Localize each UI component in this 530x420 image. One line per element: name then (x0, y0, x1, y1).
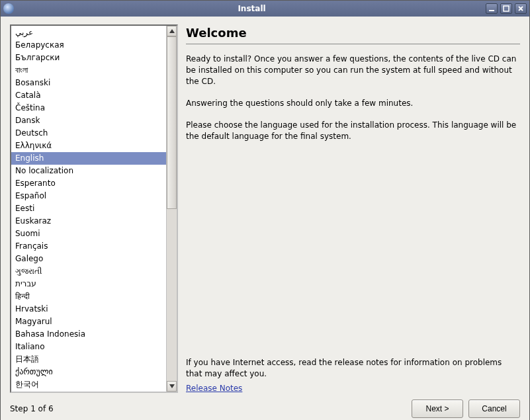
internet-note: If you have Internet access, read the re… (186, 357, 520, 380)
intro-paragraph-2: Answering the questions should only take… (186, 98, 520, 109)
client-area: عربيБеларускаяБългарскиবাংলাBosanskiCata… (1, 17, 529, 420)
language-option[interactable]: 한국어 (11, 378, 166, 391)
page-title: Welcome (186, 26, 520, 44)
titlebar[interactable]: Install (1, 1, 529, 17)
scroll-track[interactable] (167, 36, 177, 381)
scroll-down-button[interactable] (167, 381, 177, 392)
language-list[interactable]: عربيБеларускаяБългарскиবাংলাBosanskiCata… (11, 26, 166, 392)
language-option[interactable]: Esperanto (11, 177, 166, 190)
language-option[interactable]: Čeština (11, 102, 166, 114)
release-notes-link[interactable]: Release Notes (186, 384, 520, 393)
language-option[interactable]: Eesti (11, 202, 166, 215)
language-option[interactable]: Dansk (11, 114, 166, 127)
app-icon (3, 3, 14, 14)
svg-rect-1 (504, 6, 509, 11)
language-option[interactable]: 日本語 (11, 353, 166, 366)
window-title: Install (18, 4, 486, 13)
svg-rect-0 (489, 10, 494, 11)
language-listbox[interactable]: عربيБеларускаяБългарскиবাংলাBosanskiCata… (10, 24, 178, 393)
language-option[interactable]: No localization (11, 165, 166, 177)
install-window: Install عربيБеларускаяБългарскиবাংলাBosa… (0, 0, 530, 420)
chevron-down-icon (169, 384, 175, 388)
scroll-thumb[interactable] (167, 36, 177, 209)
footer: Step 1 of 6 Next > Cancel (10, 393, 520, 418)
language-option[interactable]: Kurdî (11, 391, 166, 392)
language-option[interactable]: Ελληνικά (11, 140, 166, 152)
language-option[interactable]: Bahasa Indonesia (11, 328, 166, 341)
language-option[interactable]: Bosanski (11, 77, 166, 89)
intro-paragraph-1: Ready to install? Once you answer a few … (186, 54, 520, 87)
language-option[interactable]: Español (11, 190, 166, 202)
language-option[interactable]: हिन्दी (11, 290, 166, 303)
content-pane: Welcome Ready to install? Once you answe… (186, 24, 520, 393)
language-option[interactable]: Български (11, 52, 166, 64)
chevron-up-icon (169, 29, 175, 33)
language-option[interactable]: Беларуская (11, 39, 166, 52)
language-option[interactable]: Galego (11, 253, 166, 265)
main-area: عربيБеларускаяБългарскиবাংলাBosanskiCata… (10, 24, 520, 393)
language-option[interactable]: Català (11, 89, 166, 102)
intro-paragraph-3: Please choose the language used for the … (186, 120, 520, 142)
language-option[interactable]: עברית (11, 278, 166, 290)
titlebar-buttons (486, 3, 527, 14)
language-option[interactable]: Magyarul (11, 315, 166, 328)
language-option[interactable]: Suomi (11, 228, 166, 240)
close-icon (517, 5, 524, 12)
language-option[interactable]: বাংলা (11, 64, 166, 77)
language-option[interactable]: Français (11, 240, 166, 253)
next-button[interactable]: Next > (412, 399, 463, 418)
maximize-icon (503, 5, 509, 12)
language-option[interactable]: Deutsch (11, 127, 166, 140)
close-button[interactable] (515, 3, 527, 14)
spacer (186, 153, 520, 357)
language-option[interactable]: عربي (11, 26, 166, 39)
language-option[interactable]: ગુજરાતી (11, 265, 166, 278)
maximize-button[interactable] (500, 3, 512, 14)
language-option[interactable]: Italiano (11, 341, 166, 353)
scrollbar[interactable] (166, 26, 177, 392)
step-indicator: Step 1 of 6 (10, 404, 54, 413)
language-option[interactable]: English (11, 152, 166, 165)
minimize-button[interactable] (486, 3, 498, 14)
minimize-icon (488, 5, 495, 12)
language-option[interactable]: ქართული (11, 366, 166, 378)
scroll-up-button[interactable] (167, 26, 177, 36)
cancel-button[interactable]: Cancel (468, 399, 520, 418)
language-option[interactable]: Hrvatski (11, 303, 166, 315)
language-option[interactable]: Euskaraz (11, 215, 166, 228)
